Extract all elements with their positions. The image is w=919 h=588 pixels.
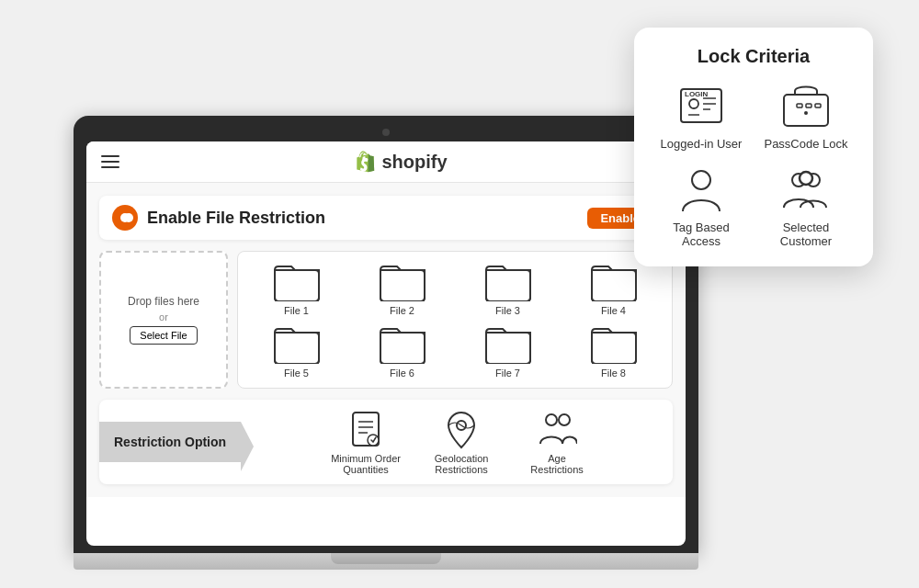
laptop-camera (382, 129, 390, 136)
svg-text:LOGIN: LOGIN (685, 90, 709, 98)
shopify-bar: shopify (86, 141, 686, 183)
restriction-icon (441, 409, 482, 449)
file-label: File 8 (601, 368, 626, 379)
svg-point-9 (689, 99, 698, 108)
main-content: Enable File Restriction Enabled Drop fil… (86, 183, 686, 497)
file-label: File 2 (390, 305, 414, 316)
scene: shopify Enable File Restriction Enabled (46, 18, 873, 570)
laptop-screen: shopify Enable File Restriction Enabled (86, 141, 686, 546)
shopify-label: shopify (381, 152, 447, 173)
laptop-stand (331, 553, 441, 564)
hamburger-menu[interactable] (101, 155, 119, 168)
folder-icon (273, 323, 321, 364)
toggle-icon[interactable] (112, 205, 138, 231)
lock-item-icon: LOGIN (674, 82, 729, 131)
lock-item-label: Logged-in User (661, 137, 743, 151)
file-item[interactable]: File 2 (353, 261, 451, 316)
restriction-item-label: Age Restrictions (520, 453, 594, 475)
drop-zone[interactable]: Drop files here or Select File (99, 251, 228, 389)
lock-criteria-item[interactable]: PassCode Lock (757, 82, 855, 151)
restriction-item[interactable]: Minimum Order Quantities (329, 409, 403, 475)
folder-icon (379, 261, 426, 301)
file-label: File 6 (390, 368, 414, 379)
folder-icon (590, 261, 638, 301)
restriction-icon (537, 409, 577, 449)
select-file-button[interactable]: Select File (130, 326, 197, 345)
file-label: File 4 (601, 305, 626, 316)
enable-restriction-label: Enable File Restriction (147, 209, 578, 228)
svg-point-23 (800, 172, 812, 185)
lock-criteria-popup: Lock Criteria LOGIN Logged-in User PassC… (634, 28, 873, 266)
restriction-item[interactable]: Geolocation Restrictions (425, 409, 498, 475)
laptop: shopify Enable File Restriction Enabled (74, 116, 698, 570)
restriction-item[interactable]: Age Restrictions (520, 409, 594, 475)
lock-criteria-item[interactable]: Tag Based Access (652, 165, 750, 248)
file-label: File 5 (284, 368, 309, 379)
svg-point-7 (559, 414, 570, 425)
file-item[interactable]: File 4 (564, 261, 663, 316)
folder-icon (379, 323, 426, 364)
drop-text: Drop files here (128, 295, 199, 308)
folder-icon (484, 323, 532, 364)
shopify-logo: shopify (130, 151, 671, 173)
file-item[interactable]: File 1 (247, 261, 346, 316)
file-item[interactable]: File 8 (564, 323, 663, 379)
restriction-item-label: Geolocation Restrictions (425, 453, 498, 475)
files-grid-wrap: File 1 File 2 File 3 File 4 File 5 File … (237, 251, 673, 389)
svg-point-20 (692, 171, 710, 189)
lock-criteria-grid: LOGIN Logged-in User PassCode Lock Tag B… (652, 82, 855, 248)
svg-rect-18 (815, 104, 821, 107)
enable-restriction-row: Enable File Restriction Enabled (99, 196, 673, 240)
svg-rect-16 (797, 104, 802, 107)
lock-criteria-title: Lock Criteria (652, 46, 855, 67)
svg-point-6 (546, 414, 557, 425)
restriction-option-label: Restriction Option (99, 422, 241, 462)
lock-item-icon (778, 82, 834, 131)
restriction-row: Restriction Option Minimum Order Quantit… (99, 400, 673, 484)
file-item[interactable]: File 7 (459, 323, 557, 379)
restriction-options: Minimum Order Quantities Geolocation Res… (241, 400, 673, 484)
drop-or: or (159, 311, 168, 322)
file-item[interactable]: File 5 (247, 323, 346, 379)
svg-point-19 (804, 111, 808, 115)
lock-item-icon (674, 165, 729, 215)
restriction-item-label: Minimum Order Quantities (329, 453, 403, 475)
file-label: File 1 (284, 305, 309, 316)
shopify-bag-icon (354, 151, 376, 173)
laptop-base (74, 553, 698, 570)
svg-point-4 (368, 435, 379, 446)
laptop-screen-outer: shopify Enable File Restriction Enabled (74, 116, 698, 553)
lock-item-icon (778, 165, 834, 215)
files-section: Drop files here or Select File File 1 Fi… (99, 251, 673, 389)
folder-icon (273, 261, 321, 301)
lock-criteria-item[interactable]: LOGIN Logged-in User (652, 82, 750, 151)
lock-item-label: PassCode Lock (764, 137, 847, 151)
file-label: File 7 (495, 368, 520, 379)
files-grid: File 1 File 2 File 3 File 4 File 5 File … (247, 261, 663, 379)
folder-icon (590, 323, 638, 364)
file-label: File 3 (495, 305, 520, 316)
lock-item-label: Tag Based Access (652, 220, 750, 248)
svg-rect-15 (784, 95, 828, 126)
lock-criteria-item[interactable]: Selected Customer (757, 165, 855, 248)
restriction-icon (346, 409, 386, 449)
folder-icon (484, 261, 532, 301)
svg-rect-17 (806, 104, 811, 107)
lock-item-label: Selected Customer (757, 220, 855, 248)
file-item[interactable]: File 3 (459, 261, 557, 316)
file-item[interactable]: File 6 (353, 323, 451, 379)
